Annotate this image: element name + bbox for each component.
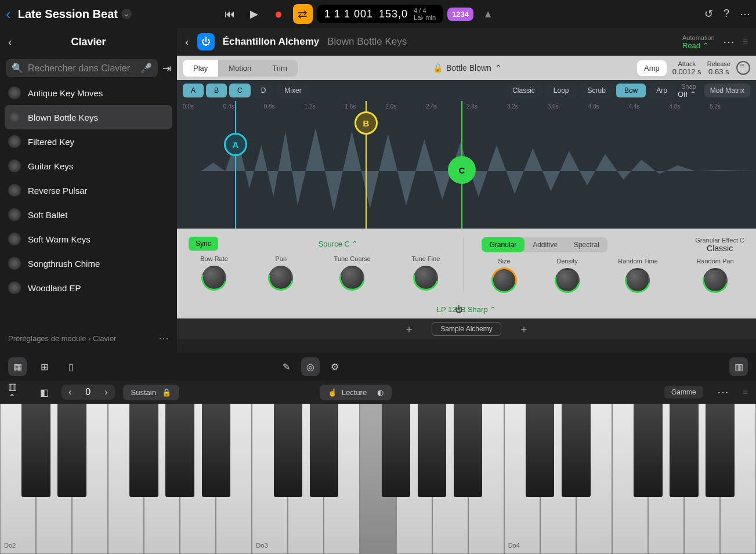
playmode-tab-classic[interactable]: Classic [504,84,543,97]
granmode-granular[interactable]: Granular [482,237,525,252]
keyboard-play-mode[interactable]: ☝ Lecture ◐ [320,385,392,400]
view-live-button[interactable]: ▯ [62,357,80,376]
edit-pencil-button[interactable]: ✎ [277,357,295,376]
knob-random-time[interactable]: Random Time [618,258,657,292]
lcd-display[interactable]: 1 1 1 001 153,0 4 / 4 La♭ min [317,5,443,23]
power-button[interactable]: ⏻ [197,33,215,50]
octave-stepper[interactable]: ‹ 0 › [62,385,115,400]
collapse-icon[interactable]: ⇥ [162,62,171,75]
go-to-start-button[interactable]: ⏮ [220,4,240,24]
mode-segment[interactable]: PlayMotionTrim [183,60,298,77]
view-mixer-button[interactable]: ⊞ [35,357,53,376]
effect-value[interactable]: Classic [695,244,744,253]
add-plugin-left-button[interactable]: ＋ [404,322,414,336]
black-key[interactable] [454,404,483,497]
mode-tab-trim[interactable]: Trim [262,60,298,77]
knob-size[interactable]: Size [492,258,516,292]
search-input[interactable]: 🔍 Rechercher dans Clavier 🎤 [6,59,158,77]
undo-icon[interactable]: ↺ [704,8,713,20]
black-key[interactable] [274,404,303,497]
scale-button[interactable]: Gamme [664,386,703,399]
black-key[interactable] [670,404,699,497]
source-select[interactable]: Source C ⌃ [319,240,359,248]
black-key[interactable] [310,404,339,497]
preset-item[interactable]: Reverse Pulsar [0,178,177,202]
attack-control[interactable]: Attack 0.0012 s [672,60,701,76]
editor-back-button[interactable]: ‹ [185,35,189,49]
knob-tune-fine[interactable]: Tune Fine [411,255,440,290]
preset-item[interactable]: Guitar Keys [0,154,177,178]
preset-item[interactable]: Soft Ballet [0,202,177,227]
black-key[interactable] [706,404,735,497]
granmode-spectral[interactable]: Spectral [566,237,607,252]
settings-menu-icon[interactable] [736,61,750,75]
record-button[interactable]: ● [269,4,288,24]
keyboard-drag-handle[interactable]: ≡ [743,387,748,397]
amp-button[interactable]: Amp [637,60,667,76]
keyboard-toggle-button[interactable]: ▥ [729,357,748,376]
knob-random-pan[interactable]: Random Pan [696,258,733,292]
release-control[interactable]: Release 0.63 s [707,60,730,76]
handle-a[interactable]: A [235,101,236,229]
drag-handle-icon[interactable]: ≡ [743,37,748,47]
sample-selector[interactable]: 🔓 Bottle Blown ⌃ [433,63,502,73]
knob-tune-coarse[interactable]: Tune Coarse [334,255,371,290]
mod-matrix-button[interactable]: Mod Matrix [704,84,750,97]
octave-up-button[interactable]: › [97,385,114,400]
granular-mode-segment[interactable]: GranularAdditiveSpectral [482,237,607,252]
more-icon[interactable]: ⋯ [740,8,750,20]
playmode-tab-arp[interactable]: Arp [648,84,675,97]
black-key[interactable] [165,404,194,497]
smart-controls-button[interactable]: ◎ [301,357,320,376]
playmode-tab-bow[interactable]: Bow [616,84,646,97]
preset-item[interactable]: Woodland EP [0,276,177,300]
preset-item[interactable]: Soft Warm Keys [0,227,177,251]
piano-keyboard[interactable]: Do2Do3Do4 [0,404,756,554]
back-button[interactable]: ‹ [6,5,11,23]
preset-item[interactable]: Antique Key Moves [0,81,177,105]
add-plugin-right-button[interactable]: ＋ [519,322,529,336]
black-key[interactable] [57,404,86,497]
plugin-controls-button[interactable]: ⚙ [325,357,344,376]
black-key[interactable] [418,404,447,497]
source-tab-d[interactable]: D [253,84,274,97]
source-tab-mixer[interactable]: Mixer [276,84,309,97]
keyboard-view-icon[interactable]: ▥ ⌃ [8,383,27,401]
playmode-tab-scrub[interactable]: Scrub [580,84,614,97]
sustain-toggle[interactable]: Sustain 🔒 [123,385,179,400]
source-tab-b[interactable]: B [206,84,227,97]
handle-c[interactable]: C [461,101,462,229]
breadcrumb-more-icon[interactable]: ⋯ [158,332,169,345]
automation-value[interactable]: Read ⌃ [682,41,715,50]
metronome-button[interactable]: ▲ [478,4,498,24]
black-key[interactable] [634,404,663,497]
cycle-button[interactable]: ⇄ [293,4,313,24]
editor-more-icon[interactable]: ⋯ [723,35,735,49]
playmode-tab-loop[interactable]: Loop [545,84,577,97]
octave-down-button[interactable]: ‹ [62,385,78,400]
sidebar-back-button[interactable]: ‹ [8,35,12,49]
black-key[interactable] [382,404,411,497]
handle-b[interactable]: B [366,101,367,229]
preset-item[interactable]: Filtered Key [0,129,177,154]
preset-item[interactable]: Songthrush Chime [0,251,177,276]
count-in-badge[interactable]: 1234 [447,8,473,21]
filter-power-icon[interactable]: ⏻ [455,305,462,314]
knob-density[interactable]: Density [555,258,580,292]
filter-select[interactable]: LP 12dB Sharp ⌃ [437,305,497,314]
black-key[interactable] [21,404,50,497]
knob-bow-rate[interactable]: Bow Rate [200,255,228,290]
black-key[interactable] [202,404,231,497]
black-key[interactable] [562,404,591,497]
view-tracks-button[interactable]: ▦ [8,357,27,376]
mic-icon[interactable]: 🎤 [140,63,152,74]
sidebar-breadcrumb[interactable]: Préréglages de module › Clavier ⋯ [0,324,177,353]
project-title[interactable]: Late Session Beat ⌄ [18,8,132,21]
black-key[interactable] [526,404,555,497]
snap-control[interactable]: Snap Off ⌃ [678,83,696,99]
granmode-additive[interactable]: Additive [525,237,566,252]
knob-pan[interactable]: Pan [269,255,293,290]
mode-tab-play[interactable]: Play [183,60,218,77]
help-icon[interactable]: ? [724,8,729,20]
keyboard-more-icon[interactable]: ⋯ [717,385,729,399]
